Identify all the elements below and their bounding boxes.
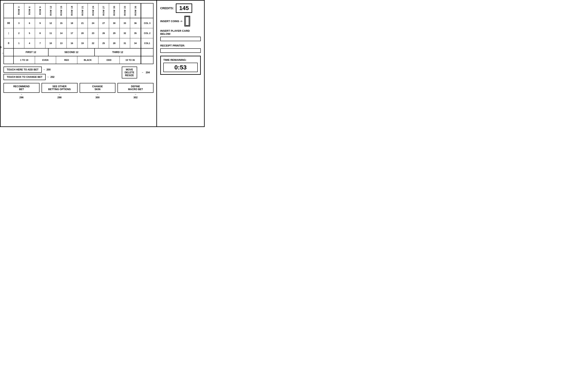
dozens-right-spacer (141, 49, 153, 56)
cell-35[interactable]: 35 (130, 28, 141, 38)
bet-19to36[interactable]: 19 TO 36 (120, 56, 141, 64)
col3-label: COL 3 (141, 18, 153, 28)
time-remaining-section: TIME REMAINING: 0:53 (160, 56, 201, 75)
dozens-row: FIRST 12 SECOND 12 THIRD 12 (4, 48, 153, 56)
row-header-33: ROW 33 (120, 3, 130, 18)
receipt-section: RECEIPT PRINTER: (160, 44, 201, 53)
outside-spacer (4, 56, 14, 64)
col1-label: COL1 (141, 38, 153, 48)
cell-6[interactable]: 6 (24, 18, 35, 28)
add-bet-tilde: ~ (43, 68, 45, 71)
cell-16[interactable]: 16 (67, 38, 77, 48)
move-ref: 204 (146, 71, 150, 74)
add-bet-button[interactable]: TOUCH HERE TO ADD BET (3, 67, 42, 73)
row-header-27: ROW 27 (98, 3, 109, 18)
cell-20[interactable]: 20 (77, 28, 88, 38)
second-12-cell[interactable]: SECOND 12 (48, 49, 95, 56)
cell-9[interactable]: 9 (35, 18, 46, 28)
see-other-ref: 298 (57, 96, 62, 99)
row-header-3: ROW 3 (14, 3, 24, 18)
move-delete-resize-box[interactable]: MOVE DELETE RESIZE (122, 67, 137, 78)
player-card-section: INSERT PLAYER CARD BELOW: (160, 29, 201, 41)
row-header-18: ROW 18 (67, 3, 77, 18)
cell-3[interactable]: 3 (14, 18, 24, 28)
player-card-slot[interactable] (160, 37, 201, 41)
cell-31[interactable]: 31 (120, 38, 130, 48)
change-bet-ref: 202 (50, 76, 55, 78)
receipt-slot (160, 48, 201, 53)
number-row-col2: ↕ 2 5 8 11 14 17 20 23 26 29 32 35 COL 2 (4, 28, 153, 38)
cell-24[interactable]: 24 (88, 18, 98, 28)
cell-22[interactable]: 22 (88, 38, 98, 48)
row-label-0: 0 (4, 38, 14, 48)
cell-15[interactable]: 15 (56, 18, 67, 28)
row-label-00: 00 (4, 18, 14, 28)
cell-19[interactable]: 19 (77, 38, 88, 48)
cell-4[interactable]: 4 (24, 38, 35, 48)
bet-even[interactable]: EVEN (35, 56, 56, 64)
cell-30[interactable]: 30 (109, 18, 120, 28)
row-header-21: ROW 21 (77, 3, 88, 18)
outside-right-spacer (141, 56, 153, 64)
ref-66-arrow: → (1, 51, 4, 55)
change-skin-button[interactable]: CHANGE SKIN (80, 83, 116, 93)
cell-10[interactable]: 10 (45, 38, 56, 48)
see-other-betting-button[interactable]: SEE OTHER BETTING OPTIONS (41, 83, 78, 93)
cell-23[interactable]: 23 (88, 28, 98, 38)
cell-11[interactable]: 11 (45, 28, 56, 38)
cell-17[interactable]: 17 (67, 28, 77, 38)
cell-7[interactable]: 7 (35, 38, 46, 48)
cell-33[interactable]: 33 (120, 18, 130, 28)
cell-32[interactable]: 32 (120, 28, 130, 38)
see-other-tilde: ~ (59, 93, 60, 96)
coin-slot-inner (185, 17, 189, 26)
cell-34[interactable]: 34 (130, 38, 141, 48)
cell-1[interactable]: 1 (14, 38, 24, 48)
define-macro-bet-button[interactable]: DEFINE MACRO BET (117, 83, 153, 93)
bet-black[interactable]: BLACK (77, 56, 99, 64)
cell-5[interactable]: 5 (24, 28, 35, 38)
coin-slot[interactable] (185, 16, 190, 26)
cell-28[interactable]: 28 (109, 38, 120, 48)
outside-bets-row: 1 TO 18 EVEN RED BLACK ODD 19 TO 36 (4, 56, 153, 64)
change-bet-button[interactable]: TOUCH BOX TO CHANGE BET (3, 74, 46, 80)
bet-red[interactable]: RED (56, 56, 77, 64)
bet-1to18[interactable]: 1 TO 18 (14, 56, 35, 64)
time-remaining-label: TIME REMAINING: (163, 58, 198, 62)
player-card-label: INSERT PLAYER CARD BELOW: (160, 29, 201, 35)
roulette-grid: ROW 3 ROW 6 ROW 9 ROW 12 ROW 15 ROW 18 R… (3, 3, 153, 64)
cell-27[interactable]: 27 (98, 18, 109, 28)
bet-odd[interactable]: ODD (98, 56, 120, 64)
cell-29[interactable]: 29 (109, 28, 120, 38)
sidebar: CREDITS: 145 INSERT COINS -> INSERT PLAY… (157, 1, 204, 126)
cell-14[interactable]: 14 (56, 28, 67, 38)
credits-row: CREDITS: 145 (160, 3, 201, 13)
change-skin-tilde: ~ (97, 93, 98, 96)
add-bet-ref: 200 (47, 68, 51, 71)
define-macro-ref: 302 (133, 96, 137, 99)
insert-coins-label: INSERT COINS -> (160, 20, 182, 23)
cell-13[interactable]: 13 (56, 38, 67, 48)
cell-12[interactable]: 12 (45, 18, 56, 28)
cell-8[interactable]: 8 (35, 28, 46, 38)
change-bet-tilde: ~ (47, 76, 49, 78)
recommend-bet-button[interactable]: RECOMMEND BET (3, 83, 40, 93)
cell-26[interactable]: 26 (98, 28, 109, 38)
row-header-15: ROW 15 (56, 3, 67, 18)
row-header-12: ROW 12 (45, 3, 56, 18)
number-row-col1: 0 1 4 7 10 13 16 19 22 25 28 31 34 COL1 (4, 38, 153, 48)
move-tilde: ~ (142, 71, 143, 74)
cell-18[interactable]: 18 (67, 18, 77, 28)
row-headers-row: ROW 3 ROW 6 ROW 9 ROW 12 ROW 15 ROW 18 R… (4, 3, 153, 18)
cell-25[interactable]: 25 (98, 38, 109, 48)
change-skin-ref: 300 (95, 96, 99, 99)
third-12-cell[interactable]: THIRD 12 (95, 49, 141, 56)
number-row-col3: 00 3 6 9 12 15 18 21 24 27 30 33 36 COL … (4, 18, 153, 28)
cell-2[interactable]: 2 (14, 28, 24, 38)
row-header-6: ROW 6 (24, 3, 35, 18)
first-12-cell[interactable]: FIRST 12 (14, 49, 48, 56)
cell-21[interactable]: 21 (77, 18, 88, 28)
cell-36[interactable]: 36 (130, 18, 141, 28)
credits-value: 145 (176, 3, 192, 13)
insert-coins-row: INSERT COINS -> (160, 16, 201, 26)
